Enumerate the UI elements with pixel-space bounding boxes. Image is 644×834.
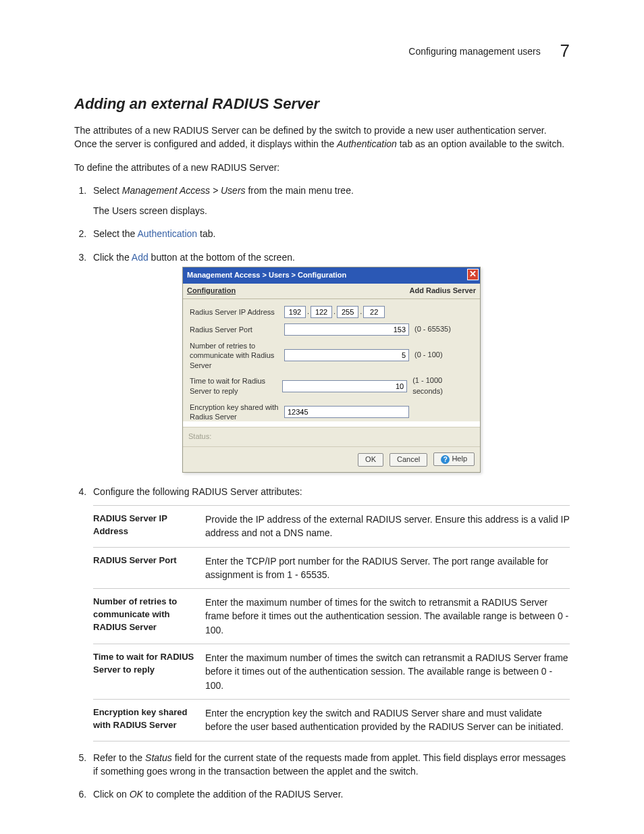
attribute-row: Number of retries to communicate with RA… xyxy=(93,589,570,644)
attribute-row: Encryption key shared with RADIUS Server… xyxy=(93,700,570,741)
authentication-tab-ref: Authentication xyxy=(137,228,197,239)
dialog-titlebar: Management Access > Users > Configuratio… xyxy=(183,267,480,284)
retries-hint: (0 - 100) xyxy=(414,350,443,361)
attribute-desc: Enter the maximum number of times for th… xyxy=(205,596,570,637)
attribute-name: Time to wait for RADIUS Server to reply xyxy=(93,651,205,692)
key-label: Encryption key shared with Radius Server xyxy=(190,402,284,422)
attribute-desc: Provide the IP address of the external R… xyxy=(205,513,570,540)
port-hint: (0 - 65535) xyxy=(414,324,451,335)
steps-list: Select Management Access > Users from th… xyxy=(74,184,570,802)
attribute-desc: Enter the encryption key the switch and … xyxy=(205,706,570,734)
running-title: Configuring management users xyxy=(408,46,540,57)
attribute-name: RADIUS Server Port xyxy=(93,554,205,582)
attribute-name: Number of retries to communicate with RA… xyxy=(93,596,205,637)
ip-address-label: Radius Server IP Address xyxy=(190,307,284,317)
dialog-subheader: Configuration Add Radius Server xyxy=(183,284,480,299)
wait-hint: (1 - 1000 seconds) xyxy=(412,375,473,397)
wait-input[interactable] xyxy=(282,380,407,392)
attribute-desc: Enter the maximum number of times the sw… xyxy=(205,651,570,692)
retries-input[interactable] xyxy=(284,349,409,361)
ip-address-field: . . . xyxy=(284,306,409,318)
dialog-footer: OK Cancel ? Help xyxy=(183,446,480,471)
ip-octet-1-input[interactable] xyxy=(284,306,306,318)
intro-paragraph-2: To define the attributes of a new RADIUS… xyxy=(74,161,570,174)
step-1: Select Management Access > Users from th… xyxy=(89,184,570,218)
ip-octet-4-input[interactable] xyxy=(363,306,385,318)
section-title: Adding an external RADIUS Server xyxy=(74,95,570,113)
attribute-row: RADIUS Server PortEnter the TCP/IP port … xyxy=(93,548,570,590)
dialog-status: Status: xyxy=(183,427,480,446)
attribute-row: RADIUS Server IP AddressProvide the IP a… xyxy=(93,506,570,548)
help-button[interactable]: ? Help xyxy=(433,452,475,466)
step-6: Click on OK to complete the addition of … xyxy=(89,787,570,801)
attribute-name: Encryption key shared with RADIUS Server xyxy=(93,706,205,734)
add-radius-dialog: Management Access > Users > Configuratio… xyxy=(182,267,481,473)
step-4: Configure the following RADIUS Server at… xyxy=(89,485,570,741)
dialog-title: Management Access > Users > Configuratio… xyxy=(187,271,346,279)
step-1-sub: The Users screen displays. xyxy=(93,204,570,217)
retries-label: Number of retries to communicate with Ra… xyxy=(190,341,284,370)
dialog-config-label: Configuration xyxy=(187,286,236,296)
close-icon[interactable]: ✕ xyxy=(467,269,479,280)
attribute-row: Time to wait for RADIUS Server to replyE… xyxy=(93,644,570,700)
help-icon: ? xyxy=(441,455,450,464)
step-2: Select the Authentication tab. xyxy=(89,227,570,240)
dialog-section-label: Add Radius Server xyxy=(410,286,476,296)
intro-paragraph-1: The attributes of a new RADIUS Server ca… xyxy=(74,124,570,151)
running-header: Configuring management users 7 xyxy=(74,41,570,61)
chapter-number: 7 xyxy=(560,41,570,61)
key-input[interactable] xyxy=(284,406,409,418)
ok-button[interactable]: OK xyxy=(358,453,383,467)
attribute-name: RADIUS Server IP Address xyxy=(93,513,205,540)
cancel-button[interactable]: Cancel xyxy=(390,453,427,467)
ip-octet-3-input[interactable] xyxy=(337,306,358,318)
add-button-ref: Add xyxy=(132,252,149,263)
step-3: Click the Add button at the bottom of th… xyxy=(89,251,570,473)
step-5: Refer to the Status field for the curren… xyxy=(89,751,570,779)
port-input[interactable] xyxy=(284,323,409,336)
ip-octet-2-input[interactable] xyxy=(311,306,332,318)
attribute-desc: Enter the TCP/IP port number for the RAD… xyxy=(205,554,570,582)
port-label: Radius Server Port xyxy=(190,325,284,334)
wait-label: Time to wait for Radius Server to reply xyxy=(190,376,282,396)
